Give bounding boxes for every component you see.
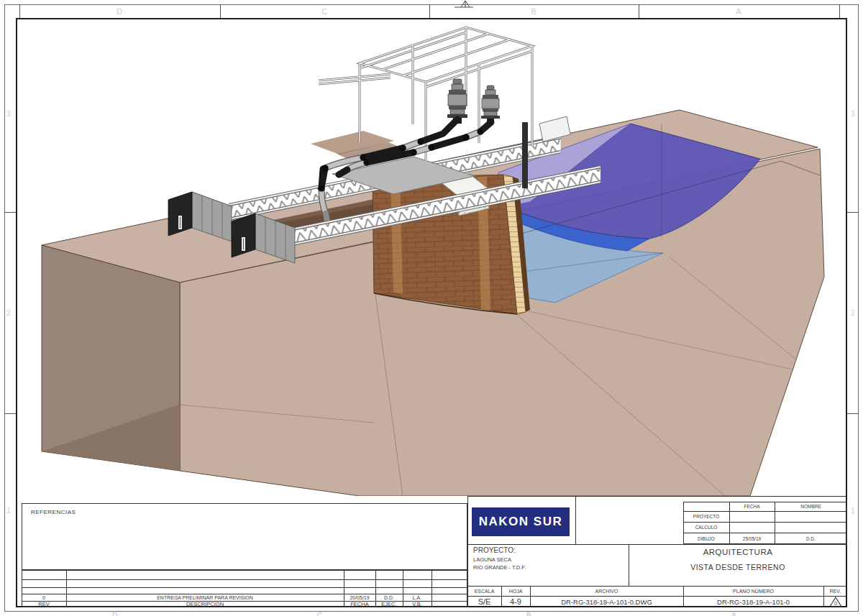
titleblock-line [575, 496, 576, 544]
rev-triangle-number: 0 [834, 601, 837, 606]
rev-triangle: 0 [823, 596, 847, 607]
grid-divider [847, 212, 859, 213]
drawing-title-line2: VISTA DESDE TERRENO [629, 561, 847, 572]
pump-right [481, 86, 500, 124]
rev-label: REV. [823, 586, 847, 596]
project-line2: RIO GRANDE - T.D.F. [473, 564, 624, 571]
revision-table-line [432, 570, 432, 607]
grid-divider [847, 413, 859, 414]
archivo-value: DR-RG-318-19-A-101-0.DWG [530, 596, 683, 607]
project-label: PROYECTO: [473, 546, 624, 555]
grid-number-1-left: 1 [6, 507, 11, 515]
company-logo: NAKON SUR [472, 507, 570, 536]
grid-divider [4, 413, 16, 414]
titleblock-line [467, 496, 847, 497]
info-dibujo-fecha: 25/05/19 [729, 533, 775, 544]
grid-number-1-right: 1 [851, 507, 855, 515]
grid-letter-d-bottom: D [112, 612, 127, 616]
grid-divider [639, 4, 639, 18]
grid-number-2-left: 2 [6, 309, 11, 317]
titleblock-line [467, 544, 847, 545]
rev-row-description: ENTREGA PRELIMINAR PARA REVISION [66, 594, 344, 601]
rev-header-vb: V.B. [403, 601, 432, 607]
rev-row-vb: L.A. [403, 594, 432, 601]
info-col-fecha: FECHA [729, 502, 775, 511]
grid-letter-c-bottom: C [317, 612, 332, 616]
info-col-nombre: NOMBRE [775, 502, 847, 511]
rev-row-number: 0 [22, 594, 66, 601]
grid-letter-a: A [724, 4, 753, 18]
grid-number-3-left: 3 [6, 110, 11, 118]
drawing-title-line1: ARQUITECTURA [629, 546, 847, 558]
isometric-3d-view [16, 18, 847, 496]
rev-triangle-icon: 0 [829, 597, 842, 607]
info-row-calculo: CALCULO [683, 522, 729, 533]
info-row-dibujo: DIBUJO [683, 533, 729, 544]
revision-table-line [22, 579, 467, 580]
grid-divider [19, 4, 20, 18]
grid-number-3-right: 3 [851, 110, 855, 118]
grid-divider [4, 212, 16, 213]
drawing-sheet: D C B A 3 2 1 3 2 1 D C B A [0, 0, 863, 616]
grid-divider [220, 4, 221, 18]
rev-header-descripcion: DESCRIPCIÓN [66, 601, 344, 607]
info-row-proyecto: PROYECTO [683, 511, 729, 522]
grid-letter-b: B [519, 4, 548, 18]
plano-numero-label: PLANO NÚMERO [683, 586, 823, 596]
grid-letter-c: C [310, 4, 339, 18]
grid-letter-a-bottom: A [731, 612, 746, 616]
rev-header-rev: REV [22, 601, 66, 607]
plano-numero-value: DR-RG-318-19-A-101-0 [683, 596, 823, 607]
grid-letter-d: D [105, 4, 134, 18]
project-line1: LAGUNA SECA [473, 556, 624, 563]
grid-divider [839, 4, 840, 18]
revision-table-line [22, 587, 467, 588]
escala-label: ESCALA [467, 586, 501, 596]
grid-letter-b-bottom: B [526, 612, 541, 616]
referencias-box: REFERENCIAS [22, 503, 467, 570]
rev-header-ejec: EJEC. [375, 601, 403, 607]
company-logo-text: NAKON SUR [479, 515, 562, 529]
rev-header-fecha: FECHA [344, 601, 375, 607]
archivo-label: ARCHIVO [530, 586, 683, 596]
rev-row-ejec: D.D. [375, 594, 403, 601]
grid-divider [429, 4, 430, 18]
grid-number-2-right: 2 [851, 309, 855, 317]
support-post [522, 122, 528, 188]
rev-row-date: 20/05/19 [344, 594, 375, 601]
info-dibujo-nombre: D.D. [775, 533, 847, 544]
hoja-label: HOJA [501, 586, 530, 596]
north-marker-icon [453, 0, 475, 9]
hoja-value: 4-9 [501, 596, 530, 607]
referencias-label: REFERENCIAS [31, 507, 175, 516]
escala-value: S/E [467, 596, 501, 607]
